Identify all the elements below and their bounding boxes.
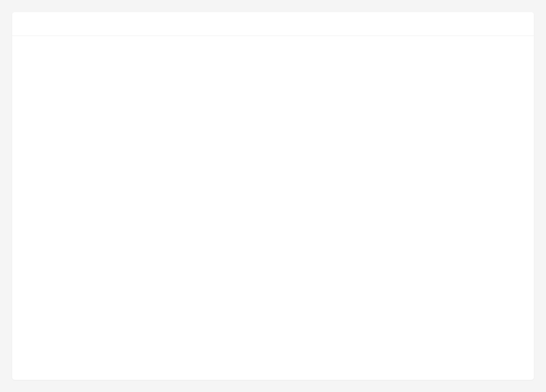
card-body [12, 36, 534, 380]
card-header [12, 12, 534, 36]
stats-panel [303, 192, 516, 220]
donut-chart-svg [30, 82, 277, 330]
chart-card [12, 12, 534, 380]
donut-chart [30, 82, 277, 330]
